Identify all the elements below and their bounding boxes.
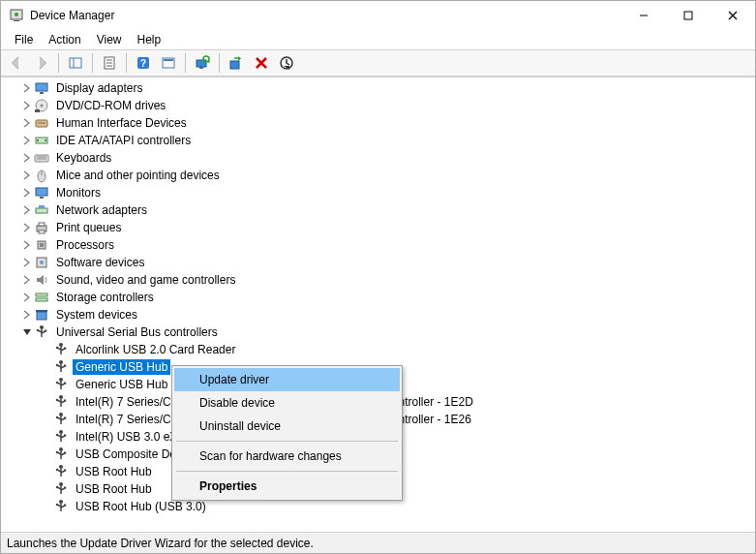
- tree-category[interactable]: Print queues: [1, 219, 755, 236]
- svg-line-20: [208, 61, 210, 63]
- context-menu-item[interactable]: Scan for hardware changes: [174, 445, 400, 468]
- tree-category[interactable]: Sound, video and game controllers: [1, 271, 755, 289]
- svg-rect-109: [64, 470, 66, 472]
- expand-arrow-icon[interactable]: [20, 308, 34, 322]
- scan-hardware-button[interactable]: [191, 51, 214, 75]
- svg-rect-26: [36, 83, 47, 91]
- expand-arrow-icon[interactable]: [20, 221, 34, 234]
- category-label: Storage controllers: [53, 290, 157, 305]
- context-menu-item[interactable]: Update driver: [174, 368, 400, 391]
- maximize-button[interactable]: [666, 1, 711, 30]
- device-label: Generic USB Hub: [73, 377, 170, 392]
- category-label: System devices: [53, 307, 140, 323]
- context-menu-item-label: Uninstall device: [199, 419, 281, 433]
- category-label: Monitors: [53, 185, 104, 200]
- action-options-button[interactable]: [157, 51, 180, 75]
- tree-category[interactable]: Network adapters: [1, 201, 755, 219]
- device-label: USB Root Hub: [73, 464, 155, 479]
- tree-device[interactable]: Alcorlink USB 2.0 Card Reader: [1, 341, 755, 358]
- tree-category[interactable]: Mice and other pointing devices: [1, 167, 755, 184]
- menu-help[interactable]: Help: [130, 31, 169, 48]
- expand-arrow-icon[interactable]: [20, 151, 34, 165]
- tree-category[interactable]: Storage controllers: [1, 289, 755, 306]
- update-driver-toolbar-button[interactable]: [225, 51, 248, 75]
- context-menu-item-label: Properties: [199, 479, 257, 493]
- expand-arrow-icon[interactable]: [20, 116, 34, 130]
- statusbar: Launches the Update Driver Wizard for th…: [1, 532, 755, 553]
- svg-point-29: [41, 105, 44, 108]
- expand-arrow-icon[interactable]: [20, 238, 34, 252]
- uninstall-device-toolbar-button[interactable]: [250, 51, 273, 75]
- svg-point-114: [56, 486, 58, 488]
- tree-category[interactable]: Processors: [1, 236, 755, 254]
- expand-arrow-icon[interactable]: [20, 186, 34, 200]
- category-label: Keyboards: [53, 150, 114, 166]
- expand-arrow-icon[interactable]: [20, 81, 34, 95]
- menu-file[interactable]: File: [7, 31, 41, 48]
- context-menu-item[interactable]: Uninstall device: [174, 415, 400, 438]
- category-label: Processors: [53, 237, 117, 253]
- tree-category[interactable]: Display adapters: [1, 79, 755, 97]
- category-label: Network adapters: [53, 202, 150, 218]
- menu-view[interactable]: View: [89, 31, 130, 48]
- back-button[interactable]: [5, 51, 28, 75]
- svg-rect-43: [36, 208, 47, 213]
- svg-rect-67: [64, 348, 66, 350]
- status-text: Launches the Update Driver Wizard for th…: [7, 537, 314, 550]
- help-button[interactable]: ?: [132, 51, 155, 75]
- svg-point-102: [56, 451, 58, 453]
- svg-point-92: [59, 430, 63, 434]
- svg-rect-49: [40, 243, 44, 247]
- tree-category[interactable]: DVD/CD-ROM drives: [1, 97, 755, 114]
- expand-arrow-icon[interactable]: [20, 134, 34, 147]
- device-label: USB Root Hub (USB 3.0): [73, 499, 209, 514]
- expand-arrow-icon[interactable]: [20, 203, 34, 217]
- expand-arrow-icon[interactable]: [20, 273, 34, 287]
- app-icon: [9, 8, 24, 23]
- collapse-arrow-icon[interactable]: [20, 325, 34, 339]
- disable-device-toolbar-button[interactable]: [275, 51, 298, 75]
- show-hide-console-tree-button[interactable]: [64, 51, 87, 75]
- forward-button[interactable]: [30, 51, 53, 75]
- svg-point-78: [56, 382, 58, 384]
- tree-category[interactable]: Keyboards: [1, 149, 755, 167]
- tree-category[interactable]: Software devices: [1, 254, 755, 271]
- properties-button[interactable]: [98, 51, 121, 75]
- svg-point-2: [15, 13, 18, 16]
- svg-rect-47: [39, 231, 45, 233]
- svg-point-120: [56, 504, 58, 506]
- svg-point-90: [56, 416, 58, 418]
- tree-category[interactable]: Monitors: [1, 184, 755, 201]
- svg-point-110: [59, 482, 63, 486]
- expand-arrow-icon[interactable]: [20, 99, 34, 112]
- tree-category[interactable]: System devices: [1, 306, 755, 323]
- toolbar: ?: [1, 49, 755, 77]
- context-menu: Update driverDisable deviceUninstall dev…: [171, 365, 403, 501]
- svg-rect-61: [45, 330, 46, 332]
- svg-text:?: ?: [140, 58, 146, 69]
- svg-point-84: [56, 399, 58, 401]
- toolbar-separator: [219, 53, 220, 73]
- svg-rect-44: [39, 205, 45, 208]
- svg-point-66: [56, 347, 58, 349]
- svg-rect-121: [64, 505, 66, 507]
- svg-rect-52: [36, 293, 47, 296]
- context-menu-item[interactable]: Properties: [174, 475, 400, 498]
- close-button[interactable]: [711, 1, 755, 30]
- tree-category[interactable]: Human Interface Devices: [1, 114, 755, 132]
- svg-rect-27: [40, 92, 44, 94]
- expand-arrow-icon[interactable]: [20, 169, 34, 182]
- tree-category[interactable]: IDE ATA/ATAPI controllers: [1, 132, 755, 149]
- tree-category-usb[interactable]: Universal Serial Bus controllers: [1, 323, 755, 341]
- expand-arrow-icon[interactable]: [20, 291, 34, 304]
- svg-point-96: [56, 434, 58, 436]
- expand-arrow-icon[interactable]: [20, 256, 34, 269]
- context-menu-item[interactable]: Disable device: [174, 391, 400, 415]
- menu-action[interactable]: Action: [41, 31, 88, 48]
- svg-rect-42: [40, 197, 44, 199]
- titlebar: Device Manager: [1, 1, 755, 30]
- svg-point-51: [40, 261, 44, 264]
- svg-rect-55: [36, 310, 47, 312]
- category-label: Mice and other pointing devices: [53, 168, 223, 183]
- minimize-button[interactable]: [621, 1, 666, 30]
